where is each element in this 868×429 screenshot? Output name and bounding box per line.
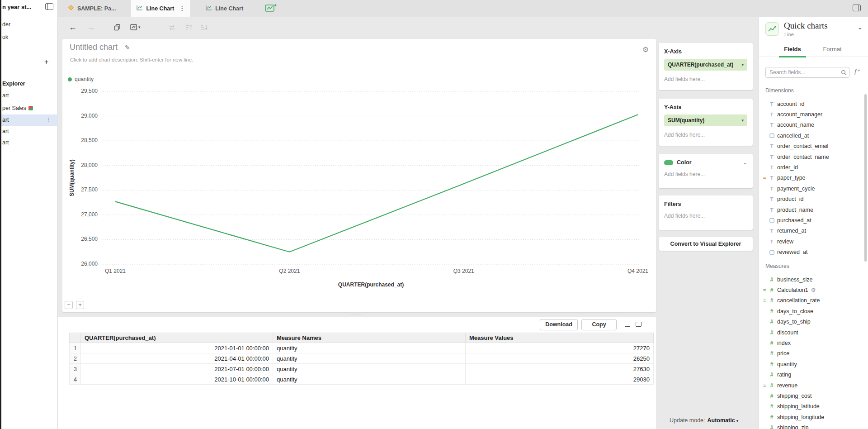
table-cell-date[interactable]: 2021-04-01 00:00:00 <box>81 353 273 364</box>
tab-line-chart-2[interactable]: Line Chart <box>200 0 249 17</box>
table-cell-measure-name[interactable]: quantity <box>273 364 466 374</box>
sidebar-item[interactable]: art <box>2 128 9 134</box>
zoom-in-button[interactable]: + <box>76 301 84 309</box>
add-fields-dropzone[interactable]: Add fields here... <box>664 76 747 82</box>
caret-down-icon[interactable]: ▾ <box>736 419 739 423</box>
dimension-item[interactable]: Treturned_at <box>759 226 866 236</box>
table-cell-date[interactable]: 2021-07-01 00:00:00 <box>81 364 273 374</box>
chart-description-placeholder[interactable]: Click to add chart description. Shift-en… <box>70 57 193 62</box>
dimension-item[interactable]: Tproduct_name <box>759 205 866 215</box>
chart-settings-gear-icon[interactable]: ⚙ <box>642 45 649 54</box>
sidebar-item[interactable]: art <box>2 139 9 146</box>
expand-table-icon[interactable] <box>636 322 642 327</box>
table-cell-measure-name[interactable]: quantity <box>273 374 466 385</box>
field-name: days_to_close <box>777 308 813 315</box>
dimension-item[interactable]: Taccount_manager <box>759 109 866 119</box>
measure-item[interactable]: =#Calculation1⚙ <box>759 285 866 295</box>
table-cell-measure-value[interactable]: 29030 <box>466 374 654 385</box>
new-chart-tab-button[interactable] <box>259 0 283 17</box>
measure-item[interactable]: #shipping_longitude <box>759 412 866 422</box>
table-header-cell[interactable]: QUARTER(purchased_at) <box>81 333 273 343</box>
table-cell-measure-name[interactable]: quantity <box>273 343 466 353</box>
tab-format[interactable]: Format <box>812 43 852 57</box>
dimension-item[interactable]: cancelled_at <box>759 130 866 141</box>
dimension-item[interactable]: Tpayment_cycle <box>759 183 866 194</box>
measure-item[interactable]: #index <box>759 338 866 348</box>
measure-item[interactable]: #discount <box>759 327 866 338</box>
update-mode-value[interactable]: Automatic <box>708 417 735 424</box>
expand-right-panel-icon[interactable] <box>853 5 861 13</box>
measure-item[interactable]: #quantity <box>759 359 866 369</box>
zoom-out-button[interactable]: − <box>65 301 73 309</box>
chart-title[interactable]: Untitled chart <box>70 43 118 52</box>
measure-item[interactable]: #rating <box>759 370 866 380</box>
table-cell-date[interactable]: 2021-10-01 00:00:00 <box>81 374 273 385</box>
measure-item[interactable]: #price <box>759 348 866 359</box>
tab-fields[interactable]: Fields <box>773 43 812 57</box>
measure-item[interactable]: #days_to_ship <box>759 317 866 327</box>
tab-line-chart-active[interactable]: Line Chart ⋮ <box>131 0 190 17</box>
chart-type-switcher[interactable]: ▾ <box>130 24 141 30</box>
tab-menu-icon[interactable]: ⋮ <box>179 5 185 12</box>
y-axis-field-pill[interactable]: SUM(quantity) ▾ <box>664 114 747 126</box>
measure-item[interactable]: =#revenue <box>759 380 866 391</box>
scrollbar-thumb[interactable] <box>864 94 867 262</box>
sidebar-add-button[interactable]: + <box>44 58 48 66</box>
table-cell-date[interactable]: 2021-01-01 00:00:00 <box>81 343 273 353</box>
color-swatch[interactable] <box>664 160 673 165</box>
table-cell-measure-value[interactable]: 27270 <box>466 343 654 353</box>
add-calculated-field-icon[interactable]: ƒ⁺ <box>854 68 860 75</box>
convert-to-visual-explorer-button[interactable]: Convert to Visual Explorer <box>659 237 753 251</box>
text-type-icon: T <box>769 228 775 234</box>
measure-item[interactable]: #shipping_latitude <box>759 401 866 412</box>
collapse-table-icon[interactable] <box>625 325 630 327</box>
sidebar-item[interactable]: art <box>2 92 9 99</box>
table-header-cell[interactable]: Measure Values <box>466 333 654 343</box>
edit-title-pencil-icon[interactable]: ✎ <box>125 44 130 51</box>
dimension-item[interactable]: purchased_at <box>759 215 866 225</box>
dimension-item[interactable]: Taccount_id <box>759 99 866 109</box>
chevron-down-icon[interactable]: ⌄ <box>743 159 747 166</box>
app-window: n year st... der ok + Explorer art per S… <box>0 0 868 429</box>
measure-item[interactable]: #business_size <box>759 274 866 285</box>
measure-item[interactable]: #days_to_close <box>759 306 866 316</box>
gear-icon[interactable]: ⚙ <box>811 287 816 293</box>
add-fields-dropzone[interactable]: Add fields here... <box>664 213 747 219</box>
x-axis-field-pill[interactable]: QUARTER(purchased_at) ▾ <box>664 59 747 71</box>
sidebar-item-paper-sales[interactable]: per Sales <box>2 105 33 111</box>
dimension-item[interactable]: Tproduct_id <box>759 194 866 205</box>
measure-item[interactable]: =#cancellation_rate <box>759 296 866 306</box>
measure-item[interactable]: #shipping_zip <box>759 422 866 429</box>
collapse-sidebar-icon[interactable] <box>45 3 53 12</box>
sidebar-item[interactable]: ok <box>2 34 8 40</box>
sidebar-item[interactable]: der <box>2 21 10 28</box>
dimension-item[interactable]: Taccount_name <box>759 120 866 130</box>
add-fields-dropzone[interactable]: Add fields here... <box>664 132 747 138</box>
download-button[interactable]: Download <box>540 319 578 330</box>
table-cell-measure-name[interactable]: quantity <box>273 353 466 364</box>
duplicate-chart-icon[interactable] <box>114 24 121 31</box>
dimension-item[interactable]: Treview <box>759 236 866 247</box>
dimension-item[interactable]: Torder_id <box>759 162 866 172</box>
table-cell-measure-value[interactable]: 26250 <box>466 353 654 364</box>
table-cell-measure-value[interactable]: 27630 <box>466 364 654 374</box>
search-fields-input[interactable] <box>765 67 849 78</box>
add-fields-dropzone[interactable]: Add fields here... <box>664 171 747 177</box>
item-menu-icon[interactable]: ⋮ <box>46 116 52 123</box>
panel-resize-handle[interactable]: ······ <box>58 312 656 317</box>
tab-sample-dataset[interactable]: SAMPLE: Pa... <box>62 0 121 17</box>
copy-button[interactable]: Copy <box>581 319 617 330</box>
dimension-item[interactable]: reviewed_at <box>759 247 866 257</box>
undo-button[interactable]: ← <box>69 23 77 32</box>
dimension-item[interactable]: Torder_contact_email <box>759 141 866 152</box>
table-header-cell[interactable]: Measure Names <box>273 333 466 343</box>
dimension-item[interactable]: =Tpaper_type <box>759 173 866 183</box>
legend-item[interactable]: quantity <box>68 76 94 82</box>
sidebar-section-explorer[interactable]: Explorer <box>2 81 25 87</box>
sidebar-item-selected[interactable]: art ⋮ <box>0 114 58 126</box>
chart-type-chevron-icon[interactable]: ⌄ <box>858 24 863 31</box>
dimension-item[interactable]: Torder_contact_name <box>759 152 866 162</box>
measure-item[interactable]: #shipping_cost <box>759 391 866 401</box>
field-name: days_to_ship <box>777 319 811 325</box>
sidebar-top-item[interactable]: n year st... <box>2 4 31 10</box>
